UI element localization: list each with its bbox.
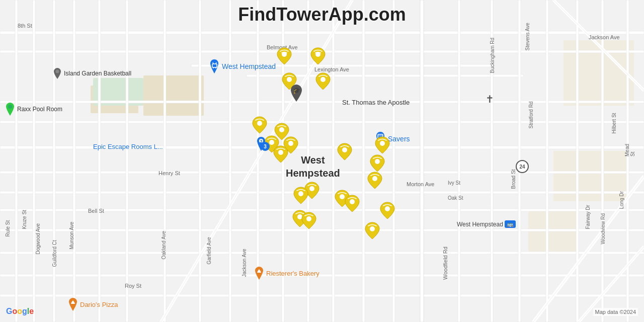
belmont-ave-label: Belmont Ave <box>267 44 298 50</box>
riesterers-text: Riesterer's Bakery <box>266 270 319 277</box>
ivy-st-label: Ivy St <box>448 180 460 186</box>
stevens-ave-label: Stevens Ave <box>525 23 530 50</box>
bell-st-label: Bell St <box>88 208 104 214</box>
mead-st-label: Mead St <box>624 142 635 156</box>
svg-rect-27 <box>164 0 166 322</box>
svg-rect-43 <box>626 0 629 322</box>
svg-rect-36 <box>420 0 424 322</box>
svg-rect-34 <box>362 0 365 322</box>
raxx-text: Raxx Pool Room <box>17 106 62 113</box>
svg-point-58 <box>8 105 12 109</box>
broad-st-label: Broad St <box>511 170 516 189</box>
svg-rect-35 <box>392 0 395 322</box>
svg-rect-28 <box>199 0 201 322</box>
west-hempstead-label: WestHempstead <box>286 153 340 180</box>
lexington-ave-label: Lexington Ave <box>314 66 349 72</box>
raxx-pool-label: Raxx Pool Room <box>5 103 62 116</box>
epic-escape-text: Epic Escape Rooms L... <box>93 143 163 150</box>
savers-pin <box>375 132 386 146</box>
morton-ave-label: Morton Ave <box>407 181 434 187</box>
oakland-ave-label: Oakland Ave <box>161 231 167 260</box>
rule-st-label: Rule St <box>5 220 11 237</box>
svg-rect-21 <box>15 0 18 322</box>
woodfield-rd-label: Woodfield Rd <box>442 247 448 280</box>
roy-st-label: Roy St <box>125 283 141 289</box>
azalia-ct-label: Jackson Ave <box>589 34 620 40</box>
west-hempstead-text: WestHempstead <box>286 153 340 180</box>
guildford-ct-label: Guildford Ct <box>52 240 57 267</box>
svg-point-55 <box>213 67 214 68</box>
stratford-rd-label: Stratford Rd <box>528 102 534 129</box>
eighth-st-label: 8th St <box>18 23 32 29</box>
fairway-dr-label: Fairway Dr <box>585 205 591 229</box>
svg-rect-25 <box>98 0 101 322</box>
island-garden-text: Island Garden Basketball <box>64 70 131 77</box>
riesterers-label[interactable]: Riesterer's Bakery <box>254 267 319 280</box>
garfield-ave-label: Garfield Ave <box>206 237 212 264</box>
svg-line-53 <box>213 62 213 64</box>
raxx-pin <box>5 103 15 116</box>
svg-rect-23 <box>53 0 55 322</box>
epic-escape-label[interactable]: Epic Escape Rooms L... <box>93 142 163 151</box>
page-title: FindTowerApp.com <box>238 4 406 25</box>
map-container[interactable]: FindTowerApp.com West Hempstead Island G… <box>0 0 644 322</box>
savers-text: Savers <box>388 135 410 143</box>
st-thomas-text: St. Thomas the Apostle <box>342 99 410 106</box>
woodview-rd-label: Woodview Rd <box>600 213 606 245</box>
hilbert-st-label: Hilbert St <box>611 113 617 133</box>
kruze-st-label: Kruze St <box>22 210 27 229</box>
svg-rect-10 <box>247 74 523 77</box>
stop-shop-pin <box>209 59 220 73</box>
darios-pin <box>68 298 78 311</box>
riesterers-pin <box>254 267 264 280</box>
svg-rect-41 <box>576 0 579 322</box>
svg-point-57 <box>56 70 59 73</box>
island-garden-pin <box>53 68 62 79</box>
buckingham-rd-label: Buckingham Rd <box>490 38 495 73</box>
church-icon: ✝ <box>486 93 494 105</box>
svg-rect-4 <box>564 40 634 106</box>
savers-label[interactable]: Savers <box>375 132 410 146</box>
svg-rect-37 <box>458 0 460 322</box>
svg-rect-22 <box>33 0 35 322</box>
svg-rect-40 <box>546 0 548 322</box>
cluster-badge: 3 <box>261 142 270 151</box>
island-garden-label: Island Garden Basketball <box>53 68 131 79</box>
jackson-ave-label: Jackson Ave <box>242 249 247 277</box>
google-logo: Google <box>6 307 34 316</box>
svg-rect-26 <box>126 0 128 322</box>
svg-text:🎓: 🎓 <box>293 87 300 94</box>
oak-st-label: Oak St <box>448 195 463 201</box>
svg-line-54 <box>216 62 216 64</box>
stop-shop-label[interactable]: West Hempstead <box>209 59 276 73</box>
svg-rect-1 <box>143 75 204 116</box>
route-24-badge: 24 <box>516 160 529 173</box>
stop-shop-text: West Hempstead <box>222 62 276 70</box>
transit-label: West Hempstead <box>457 221 503 228</box>
long-dr-label: Long Dr <box>619 191 624 209</box>
henry-st-label: Henry St <box>158 170 180 176</box>
school-pin: 🎓 <box>289 85 303 104</box>
map-data-label: Map data ©2024 <box>593 308 638 316</box>
transit-station: West Hempstead 🚌 <box>457 220 516 228</box>
transit-icon: 🚌 <box>505 220 516 228</box>
darios-text: Dario's Pizza <box>80 301 118 308</box>
st-thomas-label: St. Thomas the Apostle <box>342 98 410 107</box>
darios-label[interactable]: Dario's Pizza <box>68 298 118 311</box>
munson-ave-label: Munson Ave <box>69 222 74 250</box>
svg-rect-29 <box>229 0 231 322</box>
svg-rect-24 <box>73 0 75 322</box>
dogwood-ave-label: Dogwood Ave <box>35 223 41 255</box>
svg-point-56 <box>215 67 216 68</box>
